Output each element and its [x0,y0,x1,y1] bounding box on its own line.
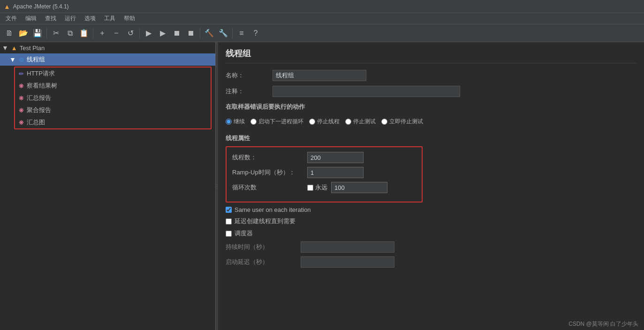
ramp-up-input[interactable] [307,167,364,178]
action-stop-thread[interactable]: 停止线程 [309,118,340,126]
toolbar-separator [232,28,233,38]
action-radio-group: 继续 启动下一进程循环 停止线程 停止测试 立即停止测试 [226,115,636,128]
credit-text: CSDN @莫等闲 白了少年头 [568,321,638,327]
toolbar-btn-4[interactable]: ✂ [49,27,62,40]
toolbar-btn-17[interactable]: 🔨 [203,27,216,40]
loop-forever-checkbox[interactable] [307,185,313,191]
main-layout: ▼ ▲ Test Plan ▼ ⚙ 线程组 ✏ HTTP请求 ❋ 察看结果树 ❋… [0,42,644,330]
toolbar-separator [46,28,47,38]
http-label: HTTP请求 [27,69,55,78]
title-bar: ▲ Apache JMeter (5.4.1) [0,0,644,13]
tree-item-summary-report[interactable]: ❋ 汇总报告 [15,92,211,104]
scheduler-checkbox[interactable] [226,231,232,237]
app-icon: ▲ [4,3,10,10]
loop-count-input[interactable] [331,182,387,193]
loop-label: 循环次数 [232,183,307,192]
loop-forever-label: 永远 [315,183,327,192]
toolbar-btn-21[interactable]: ? [249,27,262,40]
thread-count-input[interactable] [307,152,364,163]
duration-input[interactable] [301,241,394,253]
summary-graph-label: 汇总图 [27,118,45,127]
result-tree-icon: ❋ [19,82,24,90]
menu-item-选项[interactable]: 选项 [81,14,99,23]
action-next-loop-radio[interactable] [250,119,257,125]
tree-children-box: ✏ HTTP请求 ❋ 察看结果树 ❋ 汇总报告 ❋ 聚合报告 ❋ 汇总图 [14,67,212,129]
menu-item-工具[interactable]: 工具 [100,14,119,23]
startup-delay-input[interactable] [301,256,394,268]
comment-row: 注释： [226,86,636,97]
ramp-up-row: Ramp-Up时间（秒）： [232,167,416,178]
summary-graph-icon: ❋ [19,119,24,126]
same-user-checkbox[interactable] [226,207,232,213]
tree-item-test-plan[interactable]: ▼ ▲ Test Plan [0,42,215,53]
delay-create-checkbox[interactable] [226,218,232,225]
startup-delay-label: 启动延迟（秒） [226,258,301,266]
thread-props-section: 线程数： Ramp-Up时间（秒）： 循环次数 永远 [226,146,423,202]
aggregate-report-label: 聚合报告 [27,106,51,114]
thread-group-icon: ⚙ [19,56,24,63]
action-stop-test-radio[interactable] [345,119,351,125]
name-input[interactable] [273,70,366,81]
action-stop-test-now[interactable]: 立即停止测试 [381,118,423,126]
menu-item-查找[interactable]: 查找 [41,14,60,23]
toolbar-btn-2[interactable]: 💾 [31,27,44,40]
toolbar-btn-15[interactable]: ⏹ [184,27,197,40]
duration-label: 持续时间（秒） [226,243,301,251]
collapse-icon-thread: ▼ [9,56,16,63]
toolbar-btn-9[interactable]: − [110,27,123,40]
action-section-title: 在取样器错误后要执行的动作 [226,103,636,111]
tree-item-thread-group[interactable]: ▼ ⚙ 线程组 [0,53,215,66]
same-user-row: Same user on each iteration [226,206,636,213]
app-title: Apache JMeter (5.4.1) [13,3,69,10]
action-continue[interactable]: 继续 [226,118,245,126]
bottom-credit: CSDN @莫等闲 白了少年头 [563,318,644,330]
menu-item-文件[interactable]: 文件 [2,14,21,23]
left-panel: ▼ ▲ Test Plan ▼ ⚙ 线程组 ✏ HTTP请求 ❋ 察看结果树 ❋… [0,42,216,330]
action-next-loop[interactable]: 启动下一进程循环 [250,118,303,126]
tree-item-result-tree[interactable]: ❋ 察看结果树 [15,80,211,92]
right-panel: 线程组 名称： 注释： 在取样器错误后要执行的动作 继续 启动下一进程循环 停止… [218,42,644,330]
menu-item-运行[interactable]: 运行 [61,14,80,23]
collapse-icon: ▼ [2,44,8,52]
toolbar-separator [93,28,93,38]
thread-count-label: 线程数： [232,153,307,162]
loop-forever-option[interactable]: 永远 [307,183,327,192]
toolbar-btn-8[interactable]: + [96,27,109,40]
menu-item-编辑[interactable]: 编辑 [22,14,40,23]
action-continue-radio[interactable] [226,119,232,125]
thread-count-row: 线程数： [232,152,416,163]
comment-label: 注释： [226,87,273,96]
toolbar-btn-13[interactable]: ▶ [156,27,169,40]
toolbar-separator [200,28,200,38]
summary-report-icon: ❋ [19,95,24,102]
ramp-up-label: Ramp-Up时间（秒）： [232,168,307,177]
duration-row: 持续时间（秒） [226,241,636,253]
http-icon: ✏ [19,70,24,77]
action-stop-thread-radio[interactable] [309,119,315,125]
toolbar-btn-10[interactable]: ↺ [124,27,137,40]
loop-row: 循环次数 永远 [232,182,416,193]
toolbar-btn-0[interactable]: 🗎 [3,27,16,40]
toolbar-btn-5[interactable]: ⧉ [63,27,76,40]
delay-create-label: 延迟创建线程直到需要 [235,217,295,225]
toolbar: 🗎📂💾✂⧉📋+−↺▶▶⏹⏹🔨🔧≡? [0,24,644,42]
tree-item-aggregate-report[interactable]: ❋ 聚合报告 [15,104,211,116]
menu-bar: 文件编辑查找运行选项工具帮助 [0,13,644,24]
toolbar-btn-1[interactable]: 📂 [17,27,30,40]
test-plan-icon: ▲ [11,45,17,52]
action-stop-test-now-radio[interactable] [381,119,387,125]
toolbar-btn-6[interactable]: 📋 [77,27,91,40]
delay-create-row: 延迟创建线程直到需要 [226,217,636,225]
tree-item-http[interactable]: ✏ HTTP请求 [15,68,211,80]
toolbar-btn-18[interactable]: 🔧 [217,27,230,40]
summary-report-label: 汇总报告 [27,94,51,102]
toolbar-btn-14[interactable]: ⏹ [170,27,183,40]
name-row: 名称： [226,70,636,81]
toolbar-btn-12[interactable]: ▶ [142,27,155,40]
action-stop-test[interactable]: 停止测试 [345,118,376,126]
startup-delay-row: 启动延迟（秒） [226,256,636,268]
menu-item-帮助[interactable]: 帮助 [120,14,139,23]
toolbar-btn-20[interactable]: ≡ [235,27,248,40]
comment-input[interactable] [273,86,460,97]
tree-item-summary-graph[interactable]: ❋ 汇总图 [15,116,211,128]
